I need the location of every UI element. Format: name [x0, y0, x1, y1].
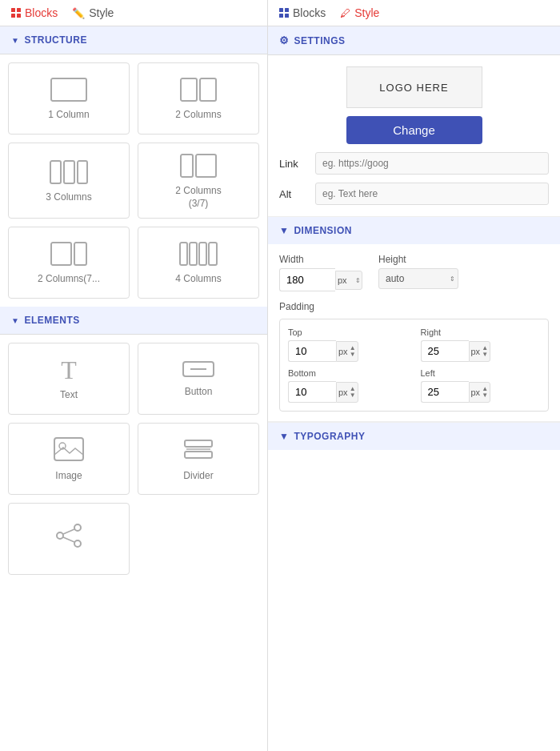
left-tab-style[interactable]: ✏️ Style	[72, 6, 114, 19]
padding-right-unit: px ▲▼	[469, 341, 491, 362]
right-style-label: Style	[354, 6, 379, 19]
svg-rect-16	[54, 438, 83, 460]
right-tab-blocks[interactable]: Blocks	[279, 6, 326, 19]
1col-icon	[50, 77, 88, 102]
padding-left-label: Left	[421, 368, 541, 378]
divider-icon	[183, 437, 214, 464]
alt-label: Alt	[279, 188, 307, 200]
typography-section: ▼ TYPOGRAPHY	[268, 422, 560, 450]
padding-right-group: Right px ▲▼	[421, 327, 541, 362]
dimension-section: ▼ DIMENSION Width px % em	[268, 217, 560, 422]
right-panel: Blocks 🖊 Style ⚙ SETTINGS LOGO HERE Chan…	[268, 0, 560, 751]
structure-4col[interactable]: 4 Columns	[138, 227, 259, 299]
settings-section-header: ⚙ SETTINGS	[268, 26, 560, 55]
link-input[interactable]	[315, 152, 549, 175]
width-unit-wrap: px % em	[335, 271, 362, 290]
padding-bottom-group: Bottom px ▲▼	[288, 368, 408, 403]
svg-rect-5	[78, 161, 87, 183]
dimension-body: Width px % em Height	[268, 244, 560, 421]
text-label: Text	[60, 389, 78, 402]
svg-point-21	[74, 524, 81, 531]
svg-rect-1	[181, 78, 197, 101]
settings-gear-icon: ⚙	[279, 34, 290, 46]
right-blocks-icon	[279, 8, 289, 18]
left-blocks-label: Blocks	[25, 6, 58, 19]
button-label: Button	[185, 386, 213, 399]
elements-grid: T Text Button Image	[0, 335, 267, 583]
structure-2col[interactable]: 2 Columns	[138, 62, 259, 135]
element-divider[interactable]: Divider	[138, 423, 259, 495]
logo-text: LOGO HERE	[379, 82, 448, 94]
structure-1col[interactable]: 1 Column	[8, 62, 130, 135]
width-input-wrap: px % em	[279, 268, 362, 291]
svg-rect-7	[196, 155, 216, 177]
2col-label: 2 Columns	[175, 109, 221, 122]
svg-rect-2	[200, 78, 216, 101]
padding-top-input[interactable]	[288, 340, 336, 362]
element-share[interactable]	[8, 503, 130, 575]
elements-chevron: ▼	[11, 316, 19, 325]
width-input[interactable]	[279, 268, 335, 291]
svg-point-23	[74, 540, 81, 547]
padding-label: Padding	[279, 301, 549, 312]
element-text[interactable]: T Text	[8, 343, 130, 415]
text-icon: T	[61, 357, 77, 383]
padding-bottom-input-wrap: px ▲▼	[288, 381, 408, 403]
4col-label: 4 Columns	[175, 273, 221, 286]
padding-top-label: Top	[288, 327, 408, 337]
svg-rect-6	[181, 155, 193, 177]
padding-top-unit: px ▲▼	[336, 341, 358, 362]
right-blocks-label: Blocks	[293, 6, 326, 19]
left-style-label: Style	[89, 6, 114, 19]
structure-2col7[interactable]: 2 Columns(7...	[8, 227, 130, 299]
svg-rect-3	[50, 161, 61, 183]
structure-3col[interactable]: 3 Columns	[8, 143, 130, 219]
svg-rect-8	[51, 243, 71, 265]
3col-icon	[50, 159, 88, 185]
2col37-icon	[179, 153, 218, 179]
structure-grid: 1 Column 2 Columns 3 Columns	[0, 54, 267, 307]
elements-title: ELEMENTS	[24, 315, 79, 326]
1col-label: 1 Column	[48, 109, 89, 122]
svg-rect-10	[180, 243, 187, 265]
svg-rect-11	[190, 243, 197, 265]
width-unit-select[interactable]: px % em	[335, 271, 362, 290]
height-label: Height	[378, 254, 458, 265]
svg-rect-9	[74, 243, 86, 265]
2col-icon	[179, 77, 218, 102]
height-input-wrap: auto px %	[378, 268, 458, 289]
padding-box: Top px ▲▼ Right	[279, 319, 549, 412]
width-height-row: Width px % em Height	[279, 254, 549, 291]
svg-line-24	[63, 529, 74, 534]
dimension-title: DIMENSION	[294, 225, 352, 236]
2col7-label: 2 Columns(7...	[38, 273, 100, 286]
left-panel: Blocks ✏️ Style ▼ STRUCTURE 1 Column 2 C…	[0, 0, 268, 751]
share-icon	[54, 523, 83, 551]
padding-right-label: Right	[421, 327, 541, 337]
alt-input[interactable]	[315, 183, 549, 205]
structure-2col37[interactable]: 2 Columns (3/7)	[138, 143, 259, 219]
padding-top-input-wrap: px ▲▼	[288, 340, 408, 362]
right-pencil-icon: 🖊	[340, 7, 350, 19]
4col-icon	[179, 241, 218, 267]
padding-left-input[interactable]	[421, 381, 469, 403]
logo-sub-text: HERE	[413, 82, 449, 94]
padding-top-group: Top px ▲▼	[288, 327, 408, 362]
left-header: Blocks ✏️ Style	[0, 0, 267, 26]
padding-right-input[interactable]	[421, 340, 469, 362]
image-label: Image	[55, 470, 82, 483]
element-image[interactable]: Image	[8, 423, 130, 495]
element-button[interactable]: Button	[138, 343, 259, 415]
padding-bottom-input[interactable]	[288, 381, 336, 403]
height-select[interactable]: auto px %	[378, 268, 458, 289]
right-header: Blocks 🖊 Style	[268, 0, 560, 26]
logo-placeholder: LOGO HERE	[346, 66, 482, 108]
left-tab-blocks[interactable]: Blocks	[11, 6, 58, 19]
right-tab-style[interactable]: 🖊 Style	[340, 6, 379, 19]
svg-rect-0	[51, 78, 86, 101]
dimension-header: ▼ DIMENSION	[268, 217, 560, 244]
button-icon	[182, 361, 214, 380]
padding-left-input-wrap: px ▲▼	[421, 381, 541, 403]
change-button[interactable]: Change	[346, 116, 482, 144]
padding-bottom-unit: px ▲▼	[336, 382, 358, 403]
